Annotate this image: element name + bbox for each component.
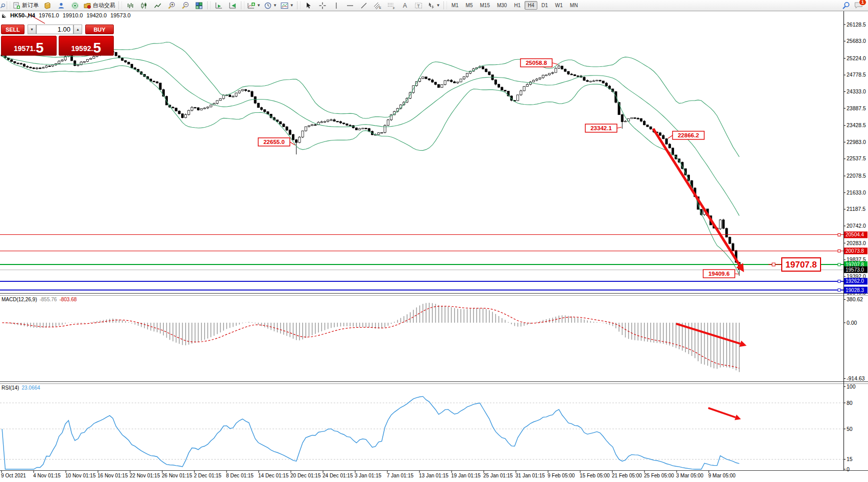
crosshair-button[interactable] [316,1,329,10]
candlestick-chart-button[interactable] [137,1,151,10]
sell-price-panel[interactable]: 19571. 5 [1,36,57,56]
sell-button[interactable]: SELL [1,25,24,34]
chart-shift-icon [229,2,237,9]
bar-chart-button[interactable] [123,1,137,10]
autotrade-button[interactable]: 自动交易 [82,1,117,10]
text-label-button[interactable]: T [412,1,426,10]
trendline-button[interactable] [357,1,370,10]
chevron-down-icon: ▼ [273,4,277,8]
price-annotation-label: 23342.1 [590,125,612,131]
periods-button[interactable]: ▼ [263,1,279,10]
time-tick-label: 7 Jan 01:15 [387,473,414,478]
price-tick-label: 25683.0 [847,38,866,44]
hline-handle[interactable] [838,263,840,266]
notifications-button[interactable]: 1 [854,2,863,9]
volume-input[interactable]: 1.00 [36,25,73,34]
time-tick-label: 14 Dec 01:15 [258,473,289,478]
rsi-axis-label: 15 [847,456,853,462]
price-badge-label: 20504.4 [846,232,864,237]
ohlc-high: 19910.0 [63,12,83,18]
timeframe-mn[interactable]: MN [567,1,581,10]
timeframe-m30[interactable]: M30 [494,1,510,10]
macd-main-value: -855.76 [39,297,57,302]
big-price-annotation-label: 19707.8 [785,260,816,270]
buy-price-panel[interactable]: 19592. 5 [59,36,114,56]
channel-icon: E [374,2,382,9]
hline-handle[interactable] [838,289,840,292]
search-button[interactable] [842,2,850,10]
ohlc-open: 19761.0 [39,12,59,18]
signals-button[interactable] [68,1,82,10]
volume-decrease-button[interactable]: ▼ [28,25,36,34]
time-tick-label: 4 Nov 01:15 [33,473,61,478]
sell-price: 19571. [14,45,36,52]
timeframe-w1[interactable]: W1 [552,1,566,10]
zoom-in-button[interactable] [165,1,178,10]
hline-handle[interactable] [838,233,840,236]
rsi-axis-label: 50 [847,426,853,432]
cursor-button[interactable] [302,1,315,10]
timeframe-h4[interactable]: H4 [525,1,537,10]
text-button[interactable]: A [399,1,412,10]
time-tick-label: 2 Dec 01:15 [194,473,221,478]
toolbar-grip [443,2,447,9]
line-chart-button[interactable] [151,1,164,10]
community-button[interactable] [55,1,68,10]
history-book-icon [44,2,51,9]
buy-button[interactable]: BUY [85,25,114,34]
chart-window-icon [2,13,7,18]
chevron-down-icon: ▼ [257,4,261,8]
clipped-magnifier-icon[interactable] [0,1,5,10]
arrows-icon [428,2,435,9]
templates-button[interactable]: ▼ [279,1,295,10]
fibonacci-icon: F [387,2,395,9]
vertical-line-button[interactable] [330,1,343,10]
equidistant-channel-button[interactable]: E [371,1,384,10]
chart-shift-button[interactable] [226,1,239,10]
text-icon: A [402,2,408,9]
hline-handle[interactable] [838,280,840,282]
arrows-button[interactable]: ▼ [426,1,442,10]
big-annotation-handle[interactable] [772,263,775,266]
volume-increase-button[interactable]: ▲ [73,25,82,34]
price-tick-label: 23887.5 [847,105,866,111]
macd-axis-label: 380.62 [847,296,863,302]
timeframe-m15[interactable]: M15 [477,1,493,10]
toolbar-right-group: 1 [842,2,868,10]
price-badge-label: 19573.0 [846,267,864,273]
tile-windows-button[interactable] [192,1,206,10]
horizontal-line-button[interactable] [343,1,357,10]
macd-signal-value: -803.68 [59,297,77,302]
hline-handle[interactable] [838,250,840,252]
time-tick-label: 19 Jan 01:15 [451,473,481,478]
history-center-button[interactable] [41,1,54,10]
price-tick-label: 20742.0 [847,223,866,229]
time-tick-label: 9 Oct 2021 [1,473,26,478]
buy-price: 19592. [71,45,93,52]
price-badge-label: 20073.8 [846,248,864,254]
time-tick-label: 9 Mar 05:00 [708,473,736,478]
timeframe-m1[interactable]: M1 [449,1,462,10]
timeframe-h1[interactable]: H1 [511,1,524,10]
chart-canvas[interactable]: 26128.525683.025224.024778.524333.023887… [0,0,868,482]
timeframe-m5[interactable]: M5 [463,1,476,10]
rsi-label: RSI(14) [2,385,19,391]
symbol-period-label: HK50-,H4 [10,12,35,18]
macd-axis-label: -914.63 [847,375,865,381]
zoom-out-button[interactable] [179,1,192,10]
price-tick-label: 22078.5 [847,173,866,179]
crosshair-icon [319,2,326,9]
auto-scroll-icon [215,2,223,9]
indicators-button[interactable]: ▼ [246,1,262,10]
fibonacci-button[interactable]: F [385,1,398,10]
ohlc-low: 19420.0 [86,12,107,18]
signals-icon [71,2,79,9]
rsi-value: 23.0664 [21,385,40,391]
new-order-button[interactable]: 新订单 [12,1,40,10]
price-badge-label: 19262.0 [846,278,864,284]
timeframe-d1[interactable]: D1 [538,1,551,10]
price-annotation-label: 22655.0 [263,139,285,145]
time-tick-label: 31 Jan 01:15 [515,473,545,478]
auto-scroll-button[interactable] [212,1,226,10]
clock-icon [264,2,271,9]
